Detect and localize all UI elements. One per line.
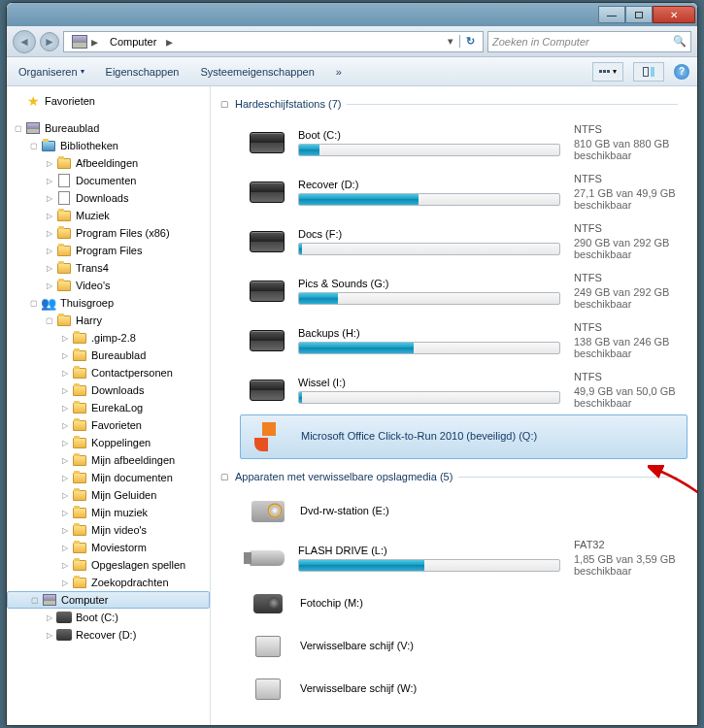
group-header-hdd[interactable]: ▢ Hardeschijfstations (7) xyxy=(220,94,697,114)
address-bar[interactable]: ▸ Computer▸ ▾ ↻ xyxy=(63,31,484,52)
expander-icon[interactable]: ▷ xyxy=(44,211,54,221)
expander-icon[interactable]: ▷ xyxy=(44,263,54,274)
expander-icon[interactable]: ▷ xyxy=(44,630,54,641)
tree-item[interactable]: ★Favorieten xyxy=(7,92,210,110)
maximize-button[interactable] xyxy=(625,6,653,23)
view-options-button[interactable]: ▾ xyxy=(592,62,623,82)
preview-pane-button[interactable] xyxy=(633,62,664,82)
tree-item[interactable]: ▷Muziek xyxy=(7,207,210,224)
properties-button[interactable]: Eigenschappen xyxy=(102,64,184,80)
drive-item[interactable]: Recover (D:) NTFS 27,1 GB van 49,9 GB be… xyxy=(220,167,697,216)
expander-icon[interactable]: ▢ xyxy=(13,123,23,134)
expander-icon[interactable] xyxy=(13,96,23,107)
drive-item[interactable]: Fotochip (M:) xyxy=(220,582,697,625)
tree-item[interactable]: ▷Mijn Geluiden xyxy=(7,486,210,504)
expander-icon[interactable]: ▷ xyxy=(59,543,70,553)
help-button[interactable]: ? xyxy=(674,64,689,80)
tree-item[interactable]: ▷Favorieten xyxy=(7,416,210,434)
tree-item[interactable]: ▷Trans4 xyxy=(7,259,210,277)
expander-icon[interactable]: ▷ xyxy=(44,228,54,239)
close-button[interactable]: ✕ xyxy=(653,6,695,23)
titlebar[interactable]: — ✕ xyxy=(7,3,697,26)
expander-icon[interactable]: ▢ xyxy=(44,315,54,326)
tree-icon xyxy=(56,225,72,241)
tree-item[interactable]: ▷Mijn documenten xyxy=(7,469,210,486)
back-button[interactable]: ◄ xyxy=(13,30,36,53)
expander-icon[interactable]: ▷ xyxy=(59,560,70,571)
tree-item[interactable]: ▢Bureaublad xyxy=(7,119,210,137)
tree-item[interactable]: ▷Downloads xyxy=(7,189,210,207)
address-dropdown[interactable]: ▾ xyxy=(442,35,459,48)
organize-menu[interactable]: Organiseren ▾ xyxy=(15,64,88,80)
expander-icon[interactable]: ▢ xyxy=(29,595,40,606)
tree-item[interactable]: ▷Afbeeldingen xyxy=(7,154,210,172)
drive-item[interactable]: Wissel (I:) NTFS 49,9 GB van 50,0 GB bes… xyxy=(220,365,697,414)
expander-icon[interactable]: ▷ xyxy=(59,455,70,466)
expander-icon[interactable]: ▷ xyxy=(44,176,54,186)
tree-item[interactable]: ▷Video's xyxy=(7,277,210,294)
tree-item[interactable]: ▷Mijn afbeeldingen xyxy=(7,451,210,469)
expander-icon[interactable]: ▷ xyxy=(44,246,54,256)
expander-icon[interactable]: ▢ xyxy=(28,141,39,151)
drive-item[interactable]: Boot (C:) NTFS 810 GB van 880 GB beschik… xyxy=(220,117,697,167)
refresh-button[interactable]: ↻ xyxy=(459,35,481,48)
tree-item[interactable]: ▷Contactpersonen xyxy=(7,364,210,381)
drive-item[interactable]: Verwisselbare schijf (V:) xyxy=(220,625,697,668)
search-icon: 🔍 xyxy=(673,35,687,48)
tree-item[interactable]: ▢Bibliotheken xyxy=(7,137,210,154)
expander-icon[interactable]: ▷ xyxy=(59,403,70,414)
system-properties-button[interactable]: Systeemeigenschappen xyxy=(196,64,318,80)
group-header-removable[interactable]: ▢ Apparaten met verwisselbare opslagmedi… xyxy=(220,467,697,486)
tree-item[interactable]: ▷EurekaLog xyxy=(7,399,210,416)
tree-item[interactable]: ▢Computer xyxy=(7,591,210,609)
expander-icon[interactable]: ▷ xyxy=(59,578,70,588)
tree-item[interactable]: ▷Mijn video's xyxy=(7,521,210,539)
expander-icon[interactable]: ▷ xyxy=(44,612,54,623)
search-input[interactable]: Zoeken in Computer 🔍 xyxy=(487,31,691,52)
tree-item[interactable]: ▷Downloads xyxy=(7,381,210,399)
expander-icon[interactable]: ▷ xyxy=(59,438,70,448)
tree-item[interactable]: ▷Boot (C:) xyxy=(7,609,210,626)
drive-item[interactable]: Pics & Sounds (G:) NTFS 249 GB van 292 G… xyxy=(220,266,697,315)
expander-icon[interactable]: ▷ xyxy=(44,158,54,169)
expander-icon[interactable]: ▷ xyxy=(59,490,70,501)
minimize-button[interactable]: — xyxy=(598,6,625,23)
content-pane[interactable]: ▢ Hardeschijfstations (7) Boot (C:) NTFS… xyxy=(211,86,697,725)
tree-item[interactable]: ▢Harry xyxy=(7,312,210,329)
expander-icon[interactable]: ▷ xyxy=(59,368,70,379)
expander-icon[interactable]: ▷ xyxy=(59,508,70,518)
tree-item[interactable]: ▷Moviestorm xyxy=(7,539,210,556)
tree-item[interactable]: ▷Program Files xyxy=(7,242,210,259)
drive-item[interactable]: Docs (F:) NTFS 290 GB van 292 GB beschik… xyxy=(220,216,697,266)
tree-item[interactable]: ▷Zoekopdrachten xyxy=(7,574,210,591)
path-segment-computer[interactable]: Computer▸ xyxy=(104,32,179,51)
drive-item[interactable]: Verwisselbare schijf (W:) xyxy=(220,668,697,711)
expander-icon[interactable]: ▷ xyxy=(59,385,70,396)
tree-item[interactable]: ▢👥Thuisgroep xyxy=(7,294,210,312)
tree-item[interactable]: ▷Koppelingen xyxy=(7,434,210,451)
expander-icon[interactable]: ▢ xyxy=(28,298,39,309)
drive-item-office-q[interactable]: Microsoft Office Click-to-Run 2010 (beve… xyxy=(240,414,687,459)
expander-icon[interactable]: ▷ xyxy=(44,193,54,204)
forward-button[interactable]: ► xyxy=(40,32,59,51)
tree-item[interactable]: ▷Mijn muziek xyxy=(7,504,210,521)
navigation-tree[interactable]: ★Favorieten▢Bureaublad▢Bibliotheken▷Afbe… xyxy=(7,86,211,725)
tree-item[interactable]: ▷Bureaublad xyxy=(7,347,210,364)
expander-icon[interactable]: ▷ xyxy=(59,473,70,483)
expander-icon[interactable]: ▷ xyxy=(59,525,70,536)
tree-item[interactable]: ▷Program Files (x86) xyxy=(7,224,210,242)
toolbar-overflow[interactable]: » xyxy=(332,64,346,80)
expander-icon[interactable]: ▷ xyxy=(59,420,70,431)
expander-icon[interactable]: ▷ xyxy=(59,350,70,361)
tree-item[interactable]: ▷.gimp-2.8 xyxy=(7,329,210,347)
tree-item[interactable]: ▷Recover (D:) xyxy=(7,626,210,644)
expander-icon[interactable]: ▷ xyxy=(44,281,54,291)
path-root[interactable]: ▸ xyxy=(66,32,104,51)
drive-item[interactable]: FLASH DRIVE (L:) FAT32 1,85 GB van 3,59 … xyxy=(220,533,697,582)
tree-item[interactable]: ▷Documenten xyxy=(7,172,210,189)
drive-item[interactable]: Dvd-rw-station (E:) xyxy=(220,490,697,533)
tree-item[interactable]: ▷Opgeslagen spellen xyxy=(7,556,210,574)
drive-item[interactable]: Backups (H:) NTFS 138 GB van 246 GB besc… xyxy=(220,315,697,365)
expander-icon[interactable]: ▷ xyxy=(59,333,70,344)
tree-icon xyxy=(72,330,87,346)
